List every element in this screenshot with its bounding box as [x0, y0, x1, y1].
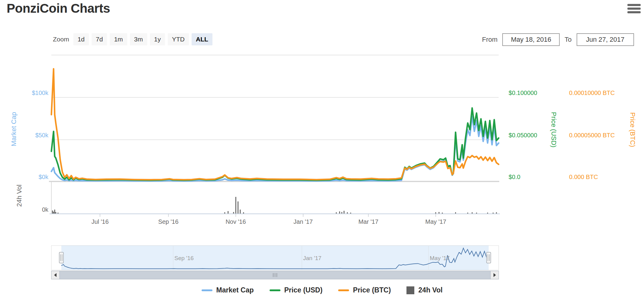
- navigator-tick-may17: May '17: [430, 255, 450, 262]
- x-tick-mar17: Mar '17: [347, 218, 390, 225]
- legend-label: Price (USD): [284, 286, 323, 294]
- x-tick-jan17: Jan '17: [282, 218, 324, 225]
- price-btc-tick-0001: 0.00010000 BTC: [569, 90, 615, 96]
- price-usd-line-swatch-icon: [270, 289, 280, 291]
- price-btc-tick-0: 0.000 BTC: [569, 174, 598, 181]
- price-usd-tick-010: $0.100000: [509, 90, 537, 96]
- legend: Market Cap Price (USD) Price (BTC) 24h V…: [0, 286, 644, 294]
- volume-square-swatch-icon: [406, 286, 414, 294]
- navigator-tick-sep16: Sep '16: [174, 255, 194, 262]
- price-btc-tick-00005: 0.00005000 BTC: [569, 132, 615, 139]
- price-btc-line-swatch-icon: [338, 289, 349, 291]
- stock-chart: [0, 0, 644, 300]
- volume-tick-0k: 0k: [12, 206, 48, 213]
- legend-label: 24h Vol: [418, 286, 442, 294]
- x-tick-nov16: Nov '16: [215, 218, 257, 225]
- legend-label: Price (BTC): [353, 286, 391, 294]
- navigator-mask[interactable]: [61, 246, 489, 270]
- scrollbar: [51, 271, 499, 279]
- price-btc-axis-title: Price (BTC): [629, 93, 636, 166]
- market-cap-tick-50k: $50k: [12, 132, 48, 139]
- legend-item-price-btc[interactable]: Price (BTC): [338, 286, 391, 294]
- navigator-handle-right[interactable]: [487, 252, 491, 263]
- x-tick-jul16: Jul '16: [79, 218, 121, 225]
- x-tick-may17: May '17: [415, 218, 457, 225]
- legend-item-24h-vol[interactable]: 24h Vol: [406, 286, 442, 294]
- legend-item-market-cap[interactable]: Market Cap: [202, 286, 254, 294]
- navigator-handle-left[interactable]: [59, 252, 63, 263]
- navigator-tick-jan17: Jan '17: [303, 255, 322, 262]
- price-usd-tick-005: $0.050000: [509, 132, 537, 139]
- market-cap-tick-100k: $100k: [12, 90, 48, 96]
- market-cap-line-swatch-icon: [202, 289, 212, 291]
- legend-item-price-usd[interactable]: Price (USD): [270, 286, 323, 294]
- market-cap-axis-title: Market Cap: [10, 96, 18, 162]
- price-usd-tick-0: $0.0: [509, 174, 520, 181]
- x-tick-sep16: Sep '16: [147, 218, 189, 225]
- chart-plot-area[interactable]: [51, 55, 499, 214]
- price-usd-axis-title: Price (USD): [550, 93, 558, 166]
- legend-label: Market Cap: [216, 286, 254, 294]
- ponzicoin-charts-page: PonziCoin Charts Zoom 1d 7d 1m 3m 1y YTD…: [0, 0, 644, 300]
